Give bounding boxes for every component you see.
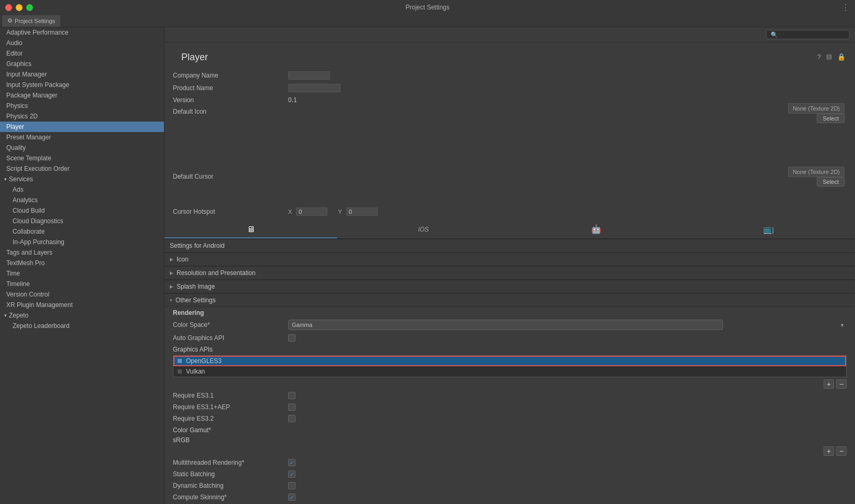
tab-tvos[interactable]: 📺 bbox=[683, 221, 856, 238]
multithreaded-rendering-checkbox[interactable] bbox=[288, 459, 295, 466]
sidebar-item-textmesh-pro[interactable]: TextMesh Pro bbox=[0, 258, 164, 268]
color-space-dropdown-wrap: Gamma Linear bbox=[288, 320, 847, 330]
graphics-apis-list: OpenGLES3 Vulkan bbox=[173, 355, 847, 377]
api-row-vulkan[interactable]: Vulkan bbox=[173, 366, 846, 377]
maximize-button[interactable] bbox=[26, 4, 33, 11]
sidebar-item-zepeto-leaderboard[interactable]: Zepeto Leaderboard bbox=[0, 321, 164, 331]
settings-for-android: Settings for Android bbox=[165, 239, 855, 253]
company-name-row: Company Name bbox=[165, 69, 855, 82]
sidebar-item-cloud-diagnostics[interactable]: Cloud Diagnostics bbox=[0, 216, 164, 226]
y-label: Y bbox=[338, 209, 342, 215]
sidebar-section-zepeto[interactable]: ▾ Zepeto bbox=[0, 310, 164, 321]
product-name-input[interactable] bbox=[288, 84, 341, 92]
color-gamut-label: Color Gamut* bbox=[165, 424, 855, 435]
gear-icon: ⚙ bbox=[7, 17, 13, 24]
sidebar-item-timeline[interactable]: Timeline bbox=[0, 279, 164, 289]
x-input[interactable] bbox=[296, 207, 327, 216]
opengles3-label: OpenGLES3 bbox=[186, 357, 222, 365]
cursor-hotspot-label: Cursor Hotspot bbox=[173, 208, 288, 215]
sidebar-item-physics[interactable]: Physics bbox=[0, 101, 164, 111]
sidebar-item-audio[interactable]: Audio bbox=[0, 38, 164, 48]
sidebar-item-collaborate[interactable]: Collaborate bbox=[0, 226, 164, 237]
sidebar-item-preset-manager[interactable]: Preset Manager bbox=[0, 132, 164, 143]
sidebar-section-services[interactable]: ▾ Services bbox=[0, 174, 164, 184]
dynamic-batching-checkbox[interactable] bbox=[288, 482, 295, 489]
sidebar-item-physics-2d[interactable]: Physics 2D bbox=[0, 111, 164, 122]
select-cursor-button[interactable]: Select bbox=[817, 177, 845, 187]
version-row: Version 0.1 bbox=[165, 94, 855, 106]
tab-project-settings[interactable]: ⚙ Project Settings bbox=[2, 15, 60, 27]
sidebar-item-time[interactable]: Time bbox=[0, 268, 164, 279]
ios-icon: iOS bbox=[418, 226, 429, 233]
auto-graphics-api-label: Auto Graphics API bbox=[173, 334, 288, 342]
icon-section-label: Icon bbox=[177, 256, 189, 263]
color-space-row: Color Space* Gamma Linear bbox=[165, 317, 855, 332]
other-settings-header[interactable]: ▾ Other Settings bbox=[165, 293, 855, 307]
help-icon[interactable]: ? bbox=[816, 52, 822, 62]
sidebar-item-in-app-purchasing[interactable]: In-App Purchasing bbox=[0, 237, 164, 247]
sidebar-item-graphics[interactable]: Graphics bbox=[0, 59, 164, 69]
icon-section-header[interactable]: ▶ Icon bbox=[165, 253, 855, 266]
remove-gamut-button[interactable]: − bbox=[836, 446, 847, 456]
tab-android[interactable]: 🤖 bbox=[510, 221, 683, 238]
sidebar-item-version-control[interactable]: Version Control bbox=[0, 289, 164, 300]
cursor-hotspot-row: Cursor Hotspot X Y bbox=[165, 205, 855, 218]
require-es32-checkbox[interactable] bbox=[288, 415, 295, 422]
y-coord: Y bbox=[338, 207, 377, 216]
sidebar-item-package-manager[interactable]: Package Manager bbox=[0, 90, 164, 101]
sidebar-item-adaptive-performance[interactable]: Adaptive Performance bbox=[0, 27, 164, 38]
api-row-opengles3[interactable]: OpenGLES3 bbox=[173, 356, 846, 366]
header-actions: ? ⊟ 🔒 bbox=[816, 52, 847, 62]
more-options-icon[interactable]: ⋮ bbox=[841, 3, 850, 13]
minimize-button[interactable] bbox=[16, 4, 23, 11]
chevron-right-icon: ▶ bbox=[170, 257, 173, 262]
gamut-add-remove-bar: + − bbox=[165, 445, 855, 457]
search-input[interactable] bbox=[766, 30, 850, 39]
remove-api-button[interactable]: − bbox=[836, 379, 847, 389]
sidebar-item-editor[interactable]: Editor bbox=[0, 48, 164, 59]
sidebar-item-analytics[interactable]: Analytics bbox=[0, 195, 164, 205]
platform-tabs: 🖥 iOS 🤖 📺 bbox=[165, 221, 855, 239]
rendering-label: Rendering bbox=[165, 307, 855, 317]
color-gamut-srgb: sRGB bbox=[165, 435, 855, 445]
y-input[interactable] bbox=[346, 207, 378, 216]
add-api-button[interactable]: + bbox=[824, 379, 834, 389]
close-button[interactable] bbox=[5, 4, 12, 11]
sidebar-item-quality[interactable]: Quality bbox=[0, 143, 164, 153]
require-es32-row: Require ES3.2 bbox=[165, 413, 855, 424]
sidebar-item-cloud-build[interactable]: Cloud Build bbox=[0, 205, 164, 216]
sidebar-item-script-execution-order[interactable]: Script Execution Order bbox=[0, 163, 164, 174]
sidebar-item-scene-template[interactable]: Scene Template bbox=[0, 153, 164, 163]
tab-ios[interactable]: iOS bbox=[337, 221, 510, 238]
sidebar-item-ads[interactable]: Ads bbox=[0, 184, 164, 195]
chevron-down-icon: ▾ bbox=[4, 313, 7, 318]
sidebar: Adaptive Performance Audio Editor Graphi… bbox=[0, 27, 165, 504]
zepeto-label: Zepeto bbox=[9, 312, 28, 319]
tab-pc[interactable]: 🖥 bbox=[165, 221, 337, 238]
sidebar-item-tags-and-layers[interactable]: Tags and Layers bbox=[0, 247, 164, 258]
auto-graphics-api-checkbox[interactable] bbox=[288, 334, 295, 342]
static-batching-label: Static Batching bbox=[173, 470, 288, 478]
window-title: Project Settings bbox=[405, 4, 450, 11]
none-texture-label: None (Texture 2D) bbox=[788, 103, 845, 114]
require-es31-checkbox[interactable] bbox=[288, 392, 295, 399]
select-icon-button[interactable]: Select bbox=[817, 114, 845, 123]
sidebar-item-xr-plugin-management[interactable]: XR Plugin Management bbox=[0, 300, 164, 310]
api-add-remove-bar: + − bbox=[165, 378, 855, 390]
sidebar-item-player[interactable]: Player bbox=[0, 122, 164, 132]
lock-icon[interactable]: 🔒 bbox=[836, 52, 847, 62]
product-name-label: Product Name bbox=[173, 84, 288, 92]
color-space-select[interactable]: Gamma Linear bbox=[288, 320, 723, 330]
other-settings-label: Other Settings bbox=[176, 297, 216, 304]
company-name-input[interactable] bbox=[288, 71, 330, 80]
resolution-section-header[interactable]: ▶ Resolution and Presentation bbox=[165, 266, 855, 280]
layout-icon[interactable]: ⊟ bbox=[825, 52, 833, 62]
sidebar-item-input-system-package[interactable]: Input System Package bbox=[0, 80, 164, 90]
dynamic-batching-label: Dynamic Batching bbox=[173, 482, 288, 489]
splash-section-header[interactable]: ▶ Splash Image bbox=[165, 280, 855, 293]
require-es31aep-checkbox[interactable] bbox=[288, 403, 295, 411]
sidebar-item-input-manager[interactable]: Input Manager bbox=[0, 69, 164, 80]
static-batching-checkbox[interactable] bbox=[288, 470, 295, 478]
compute-skinning-checkbox[interactable] bbox=[288, 494, 295, 501]
add-gamut-button[interactable]: + bbox=[824, 446, 834, 456]
